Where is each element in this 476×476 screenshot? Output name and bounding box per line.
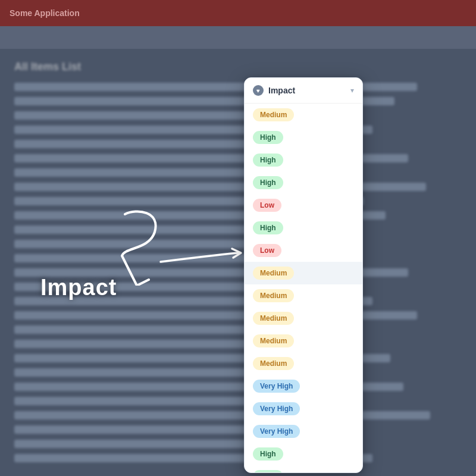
dropdown-item[interactable]: Very High [245,375,362,397]
impact-badge-medium: Medium [253,289,294,302]
impact-badge-very-high: Very High [253,380,300,393]
dropdown-item[interactable]: High [245,149,362,171]
impact-badge-high: High [253,176,283,189]
impact-badge-high: High [253,154,283,167]
bg-text-line [14,240,283,248]
impact-badge-medium: Medium [253,357,294,370]
topbar: Some Application [0,0,476,26]
dropdown-item[interactable]: High [245,126,362,149]
bg-text-line [14,411,430,419]
topbar-title: Some Application [10,8,80,18]
dropdown-item[interactable]: Low [245,194,362,217]
dropdown-item[interactable]: High [245,443,362,465]
dropdown-item[interactable]: Medium [245,262,362,284]
impact-badge-very-high: Very High [253,402,300,415]
impact-badge-high: High [253,447,283,461]
dropdown-list[interactable]: MediumHighHighHighLowHighLowMediumMedium… [245,104,362,472]
impact-badge-low: Low [253,244,281,257]
impact-icon: ♥ [253,85,264,96]
dropdown-item[interactable]: Very High [245,420,362,443]
toolbar [0,26,476,49]
impact-badge-low: Low [253,199,281,212]
chevron-down-icon[interactable]: ▾ [350,86,354,95]
dropdown-item[interactable]: Medium [245,104,362,126]
bg-content: All Items List [0,49,476,476]
bg-page-title: All Items List [14,61,462,73]
impact-badge-medium: Medium [253,334,294,347]
impact-badge-medium: Medium [253,267,294,280]
dropdown-item[interactable]: Very High [245,397,362,420]
dropdown-item[interactable]: High [245,171,362,194]
bg-text-line [14,183,426,191]
impact-dropdown-panel[interactable]: ♥ Impact ▾ MediumHighHighHighLowHighLowM… [244,77,363,473]
dropdown-item[interactable]: High [245,217,362,239]
impact-badge-medium: Medium [253,108,294,121]
dropdown-item[interactable]: Medium [245,330,362,352]
dropdown-header-left: ♥ Impact [253,85,295,96]
dropdown-item[interactable]: Medium [245,352,362,375]
impact-badge-high: High [253,221,283,234]
impact-badge-medium: Medium [253,312,294,325]
background-layer: Some Application All Items List [0,0,476,476]
impact-badge-very-high: Very High [253,425,300,438]
impact-badge-high: High [253,131,283,144]
dropdown-item[interactable]: Medium [245,307,362,330]
bg-text-line [14,254,261,262]
dropdown-item[interactable]: High [245,465,362,472]
dropdown-item[interactable]: Medium [245,284,362,307]
dropdown-item[interactable]: Low [245,239,362,262]
dropdown-title: Impact [268,86,295,95]
impact-badge-high: High [253,470,283,472]
dropdown-header[interactable]: ♥ Impact ▾ [245,78,362,104]
